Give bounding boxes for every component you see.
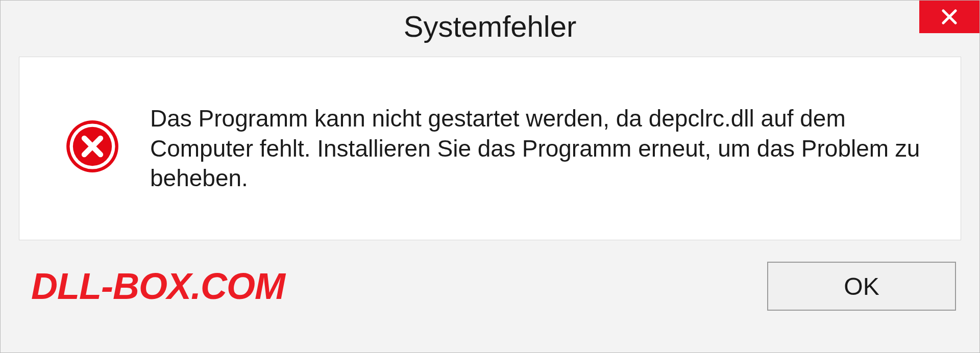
error-message: Das Programm kann nicht gestartet werden… (150, 104, 930, 194)
ok-button[interactable]: OK (767, 262, 956, 311)
titlebar: Systemfehler (1, 1, 979, 52)
close-icon (940, 8, 959, 26)
watermark-text: DLL-BOX.COM (31, 265, 285, 307)
close-button[interactable] (919, 1, 979, 33)
ok-button-label: OK (844, 272, 879, 300)
dialog-footer: DLL-BOX.COM OK (1, 240, 979, 332)
error-dialog: Systemfehler Das Programm kann nicht ges… (0, 0, 980, 353)
dialog-title: Systemfehler (404, 9, 576, 43)
content-panel: Das Programm kann nicht gestartet werden… (19, 57, 961, 240)
error-icon (65, 119, 119, 173)
